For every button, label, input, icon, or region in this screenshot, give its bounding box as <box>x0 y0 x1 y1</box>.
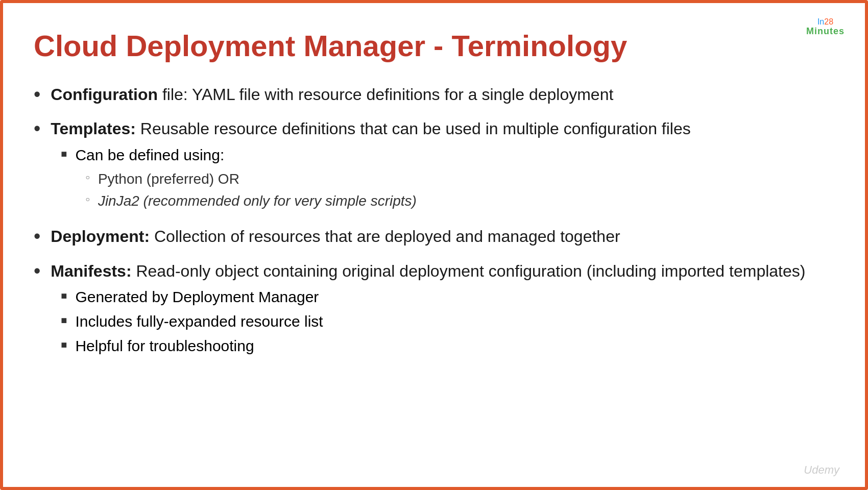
square-bullet-helpful: ■ <box>61 337 67 352</box>
square-bullet-generated: ■ <box>61 288 67 303</box>
term-configuration: Configuration <box>51 85 158 104</box>
sub-sub-item-python: ○ Python (preferred) OR <box>85 169 416 189</box>
slide-container: In28 Minutes Cloud Deployment Manager - … <box>0 0 868 490</box>
term-deployment: Deployment: <box>51 227 150 246</box>
bullet-dot-1: • <box>34 81 40 108</box>
sub-item-content-defined: Can be defined using: ○ Python (preferre… <box>75 144 416 213</box>
text-configuration: file: YAML file with resource definition… <box>158 85 613 104</box>
logo-minutes: Minutes <box>806 27 845 37</box>
logo-in: In <box>817 17 824 26</box>
content-area: • Configuration file: YAML file with res… <box>34 83 834 360</box>
square-bullet-includes: ■ <box>61 313 67 327</box>
logo: In28 Minutes <box>806 17 845 36</box>
bullet-deployment: • Deployment: Collection of resources th… <box>34 225 834 250</box>
bullet-templates: • Templates: Reusable resource definitio… <box>34 117 834 216</box>
sub-sub-item-jinja2: ○ JinJa2 (recommended only for very simp… <box>85 191 416 211</box>
logo-brand: In28 <box>806 17 845 27</box>
manifests-sub-list: ■ Generated by Deployment Manager ■ Incl… <box>61 286 834 357</box>
term-manifests: Manifests: <box>51 262 131 280</box>
text-templates: Reusable resource definitions that can b… <box>136 119 691 138</box>
sub-item-can-be-defined: ■ Can be defined using: ○ Python (prefer… <box>61 144 834 213</box>
page-title: Cloud Deployment Manager - Terminology <box>34 29 834 63</box>
square-bullet-1: ■ <box>61 146 67 161</box>
bullet-dot-4: • <box>34 258 40 285</box>
sub-item-generated: ■ Generated by Deployment Manager <box>61 286 834 308</box>
sub-sub-list-templates: ○ Python (preferred) OR ○ JinJa2 (recomm… <box>85 169 416 211</box>
circle-bullet-2: ○ <box>85 194 89 205</box>
bullet-content-2: Templates: Reusable resource definitions… <box>51 117 834 216</box>
logo-28: 28 <box>824 17 833 26</box>
bullet-content-1: Configuration file: YAML file with resou… <box>51 83 834 106</box>
watermark: Udemy <box>804 463 839 477</box>
sub-item-helpful: ■ Helpful for troubleshooting <box>61 335 834 357</box>
bullet-content-3: Deployment: Collection of resources that… <box>51 225 834 248</box>
bullet-content-4: Manifests: Read-only object containing o… <box>51 260 834 360</box>
bullet-dot-2: • <box>34 115 40 142</box>
text-manifests: Read-only object containing original dep… <box>132 262 806 280</box>
sub-sub-label-python: Python (preferred) OR <box>98 169 239 189</box>
bullet-configuration: • Configuration file: YAML file with res… <box>34 83 834 108</box>
sub-item-label-helpful: Helpful for troubleshooting <box>75 335 254 357</box>
templates-sub-list: ■ Can be defined using: ○ Python (prefer… <box>61 144 834 213</box>
term-templates: Templates: <box>51 119 136 138</box>
circle-bullet-1: ○ <box>85 173 89 183</box>
main-bullet-list: • Configuration file: YAML file with res… <box>34 83 834 360</box>
sub-item-label-defined: Can be defined using: <box>75 146 224 163</box>
sub-sub-label-jinja2: JinJa2 (recommended only for very simple… <box>98 191 417 211</box>
sub-item-includes: ■ Includes fully-expanded resource list <box>61 311 834 332</box>
bullet-manifests: • Manifests: Read-only object containing… <box>34 260 834 360</box>
sub-item-label-includes: Includes fully-expanded resource list <box>75 311 323 332</box>
bullet-dot-3: • <box>34 223 40 250</box>
sub-item-label-generated: Generated by Deployment Manager <box>75 286 319 308</box>
text-deployment: Collection of resources that are deploye… <box>150 227 620 246</box>
